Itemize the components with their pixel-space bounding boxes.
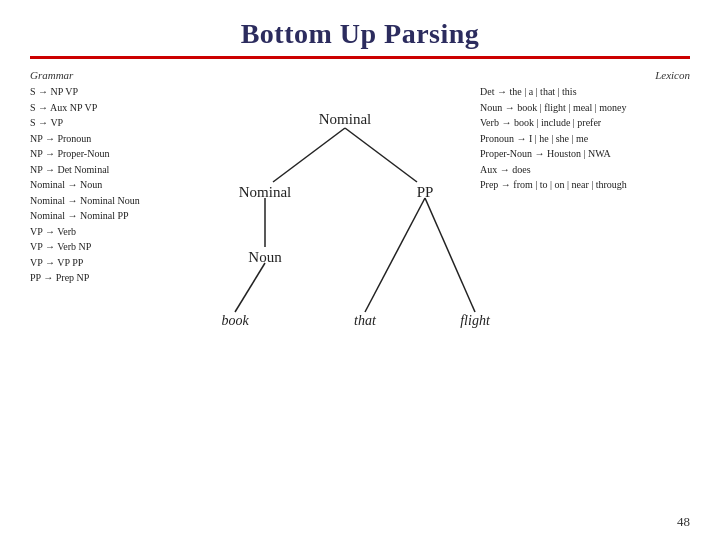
leaf-book: book — [221, 313, 249, 328]
node-noun: Noun — [248, 249, 282, 265]
tree-svg: Nominal Nominal PP Noun book that flight — [165, 90, 525, 370]
node-root-nominal: Nominal — [319, 111, 372, 127]
page-number: 48 — [677, 514, 690, 530]
svg-line-1 — [345, 128, 417, 182]
page-title: Bottom Up Parsing — [30, 18, 690, 50]
node-left-nominal: Nominal — [239, 184, 292, 200]
svg-line-5 — [425, 198, 475, 312]
lexicon-label: Lexicon — [480, 69, 690, 81]
node-pp: PP — [417, 184, 434, 200]
svg-line-4 — [365, 198, 425, 312]
page: Bottom Up Parsing Grammar S → NP VP S → … — [0, 0, 720, 540]
leaf-flight: flight — [460, 313, 491, 328]
leaf-that: that — [354, 313, 377, 328]
parse-tree: Nominal Nominal PP Noun book that flight — [160, 90, 530, 370]
svg-line-3 — [235, 263, 265, 312]
svg-line-0 — [273, 128, 345, 182]
grammar-label: Grammar — [30, 69, 190, 81]
divider — [30, 56, 690, 59]
